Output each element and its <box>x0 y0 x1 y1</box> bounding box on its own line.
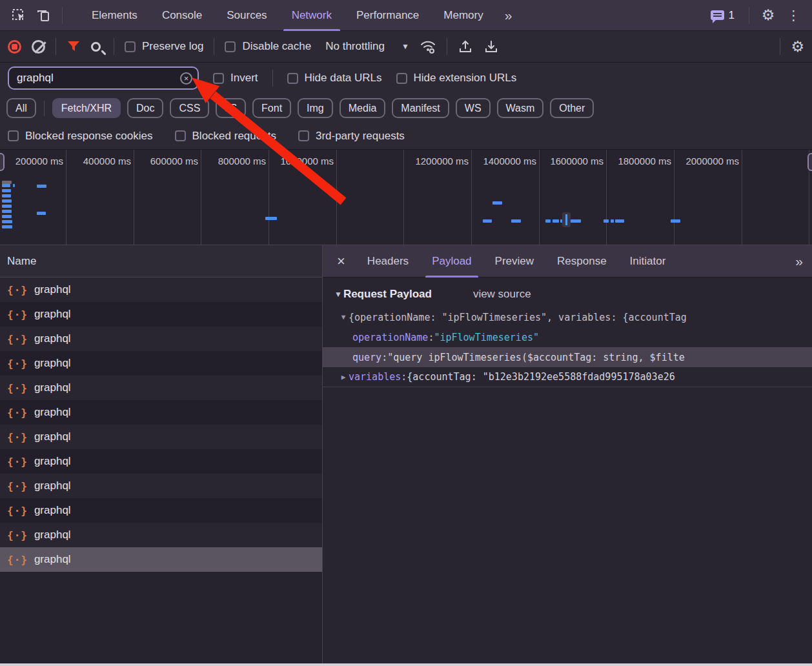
request-payload-section[interactable]: ▼ Request Payload view source <box>323 278 812 307</box>
filter-chip-media[interactable]: Media <box>340 98 386 118</box>
timeline-request-bar[interactable] <box>2 184 10 187</box>
hide-data-urls-checkbox[interactable]: Hide data URLs <box>287 72 382 85</box>
export-har-icon[interactable] <box>483 39 499 54</box>
request-row[interactable]: {·}graphql <box>0 425 322 449</box>
timeline-request-bar[interactable] <box>492 201 502 205</box>
filter-chip-doc[interactable]: Doc <box>127 98 163 118</box>
filter-chip-manifest[interactable]: Manifest <box>392 98 449 118</box>
kebab-menu-icon[interactable]: ⋮ <box>782 8 806 23</box>
request-row[interactable]: {·}graphql <box>0 302 322 327</box>
request-row[interactable]: {·}graphql <box>0 449 322 474</box>
hide-extension-urls-checkbox[interactable]: Hide extension URLs <box>396 72 517 85</box>
request-row[interactable]: {·}graphql <box>0 474 322 498</box>
timeline-request-bar[interactable] <box>37 185 46 188</box>
tab-console[interactable]: Console <box>150 0 214 31</box>
filter-chip-all[interactable]: All <box>6 98 36 118</box>
inspect-element-icon[interactable] <box>8 5 30 26</box>
device-toolbar-icon[interactable] <box>32 5 54 26</box>
timeline-request-bar[interactable] <box>2 189 11 192</box>
timeline-request-bar[interactable] <box>553 219 559 223</box>
request-name: graphql <box>34 529 71 541</box>
import-har-icon[interactable] <box>458 39 473 54</box>
request-row[interactable]: {·}graphql <box>0 278 322 302</box>
request-row[interactable]: {·}graphql <box>0 400 322 425</box>
tab-network[interactable]: Network <box>279 0 344 31</box>
timeline-request-bar[interactable] <box>611 219 614 223</box>
preserve-log-checkbox[interactable]: Preserve log <box>125 40 203 53</box>
clear-filter-icon[interactable]: × <box>180 72 192 85</box>
tab-performance[interactable]: Performance <box>344 0 431 31</box>
filter-chip-img[interactable]: Img <box>298 98 333 118</box>
payload-prop-operationname[interactable]: operationName: "ipFlowTimeseries" <box>323 327 812 347</box>
tab-elements[interactable]: Elements <box>79 0 150 31</box>
blocked-response-cookies-checkbox[interactable]: Blocked response cookies <box>8 130 153 143</box>
timeline-request-bar[interactable] <box>2 194 11 197</box>
timeline-request-bar[interactable] <box>2 199 12 203</box>
tab-sources[interactable]: Sources <box>214 0 279 31</box>
tab-memory[interactable]: Memory <box>431 0 495 31</box>
timeline-request-bar[interactable] <box>615 219 624 223</box>
request-row[interactable]: {·}graphql <box>0 376 322 400</box>
throttling-dropdown[interactable]: No throttling ▼ <box>325 40 409 53</box>
filter-input[interactable] <box>17 72 176 85</box>
filter-chip-js[interactable]: JS <box>216 98 246 118</box>
request-row[interactable]: {·}graphql <box>0 498 322 523</box>
payload-prop-query[interactable]: query: "query ipFlowTimeseries($accountT… <box>323 347 812 367</box>
timeline-request-bar[interactable] <box>2 205 12 208</box>
detail-tab-preview[interactable]: Preview <box>483 245 545 278</box>
view-source-link[interactable]: view source <box>473 288 531 301</box>
timeline-request-bar[interactable] <box>571 219 581 223</box>
filter-chip-wasm[interactable]: Wasm <box>497 98 544 118</box>
detail-tab-payload[interactable]: Payload <box>420 245 483 278</box>
issues-button[interactable]: 1 <box>711 9 735 22</box>
timeline-request-bar[interactable] <box>511 219 521 223</box>
filter-chip-fetch-xhr[interactable]: Fetch/XHR <box>52 98 121 118</box>
timeline-request-bar[interactable] <box>604 219 609 223</box>
filter-chip-other[interactable]: Other <box>550 98 594 118</box>
expand-toggle-icon[interactable]: ▶ <box>338 373 349 381</box>
network-overview-timeline[interactable]: 200000 ms400000 ms600000 ms800000 ms1000… <box>0 150 812 245</box>
third-party-requests-checkbox[interactable]: 3rd-party requests <box>298 130 405 143</box>
timeline-request-bar[interactable] <box>37 212 46 215</box>
name-column-header[interactable]: Name <box>0 245 322 278</box>
request-row[interactable]: {·}graphql <box>0 351 322 376</box>
close-detail-icon[interactable]: × <box>327 253 356 270</box>
timeline-request-bar[interactable] <box>2 220 12 223</box>
blocked-requests-checkbox[interactable]: Blocked requests <box>175 130 276 143</box>
timeline-right-gripper[interactable] <box>807 153 812 171</box>
filter-funnel-icon[interactable] <box>66 39 81 54</box>
record-network-log-button[interactable] <box>8 40 21 54</box>
timeline-request-bar[interactable] <box>2 215 12 218</box>
network-settings-gear-icon[interactable]: ⚙ <box>791 39 804 54</box>
detail-tab-initiator[interactable]: Initiator <box>618 245 678 278</box>
timeline-request-bar[interactable] <box>2 225 12 228</box>
filter-chip-ws[interactable]: WS <box>456 98 491 118</box>
network-conditions-icon[interactable] <box>420 39 436 54</box>
timeline-request-bar[interactable] <box>2 210 12 213</box>
timeline-request-bar[interactable] <box>265 217 277 220</box>
timeline-request-bar[interactable] <box>483 219 492 223</box>
payload-prop-variables[interactable]: ▶ variables: {accountTag: "b12e3b2192ee5… <box>323 367 812 387</box>
request-row[interactable]: {·}graphql <box>0 327 322 351</box>
filter-input-box: × <box>8 66 199 90</box>
filter-chip-font[interactable]: Font <box>252 98 291 118</box>
request-row[interactable]: {·}graphql <box>0 547 322 572</box>
settings-gear-icon[interactable]: ⚙ <box>757 5 779 26</box>
timeline-request-bar[interactable] <box>671 219 680 223</box>
more-detail-tabs-icon[interactable]: » <box>789 254 808 269</box>
search-icon[interactable] <box>91 42 101 52</box>
more-panels-icon[interactable]: » <box>498 8 518 23</box>
timeline-left-gripper[interactable] <box>0 153 5 171</box>
timeline-request-bar[interactable] <box>13 184 15 187</box>
clear-network-log-icon[interactable] <box>32 40 45 54</box>
request-row[interactable]: {·}graphql <box>0 523 322 547</box>
filter-chip-css[interactable]: CSS <box>170 98 209 118</box>
payload-root-row[interactable]: ▼ {operationName: "ipFlowTimeseries", va… <box>323 307 812 327</box>
invert-checkbox[interactable]: Invert <box>213 72 258 85</box>
disable-cache-checkbox[interactable]: Disable cache <box>225 40 311 53</box>
detail-tab-headers[interactable]: Headers <box>356 245 420 278</box>
detail-tab-response[interactable]: Response <box>545 245 618 278</box>
request-detail-pane: × HeadersPayloadPreviewResponseInitiator… <box>323 245 812 663</box>
collapse-toggle-icon[interactable]: ▼ <box>338 313 349 321</box>
timeline-request-bar[interactable] <box>545 219 551 223</box>
